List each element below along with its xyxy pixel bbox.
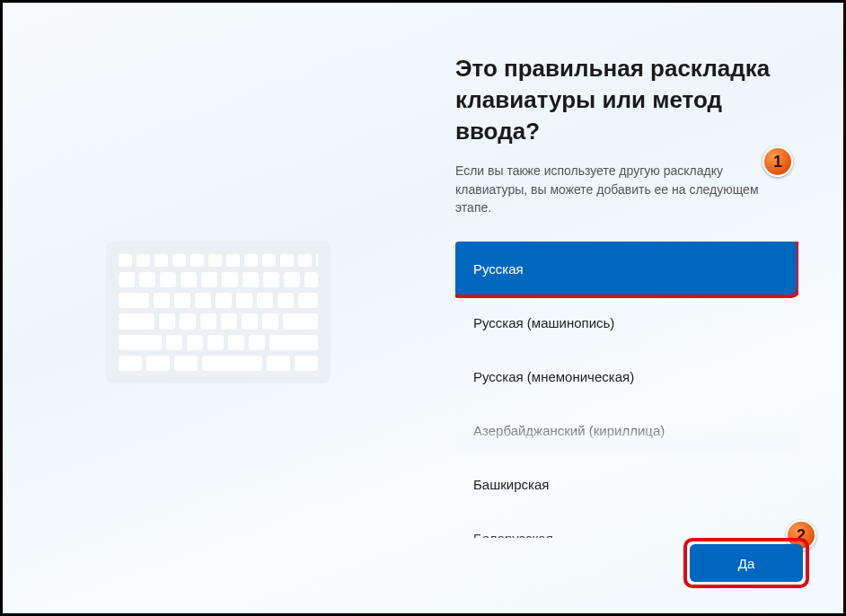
yes-button[interactable]: Да <box>690 544 803 582</box>
layout-option-russian-typewriter[interactable]: Русская (машинопись) <box>455 295 797 349</box>
layout-option-russian-mnemonic[interactable]: Русская (мнемоническая) <box>455 349 797 403</box>
layout-option-belarusian[interactable]: Белорусская <box>455 511 797 538</box>
layout-label: Русская (машинопись) <box>473 315 614 330</box>
keyboard-layout-list: Русская Русская (машинопись) Русская (мн… <box>455 242 797 538</box>
layout-label: Русская <box>473 261 524 277</box>
layout-option-bashkir[interactable]: Башкирская <box>455 457 797 511</box>
layout-label: Башкирская <box>473 477 549 492</box>
layout-label: Русская (мнемоническая) <box>473 369 634 384</box>
layout-option-russian[interactable]: Русская <box>455 242 797 295</box>
layout-label: Азербайджанский (кириллица) <box>473 423 665 438</box>
page-subtext: Если вы также используете другую расклад… <box>455 162 797 216</box>
layout-option-azerbaijani-cyrillic[interactable]: Азербайджанский (кириллица) <box>455 403 797 457</box>
layout-label: Белорусская <box>473 531 553 539</box>
keyboard-icon <box>106 242 330 383</box>
page-title: Это правильная раскладка клавиатуры или … <box>455 53 798 147</box>
